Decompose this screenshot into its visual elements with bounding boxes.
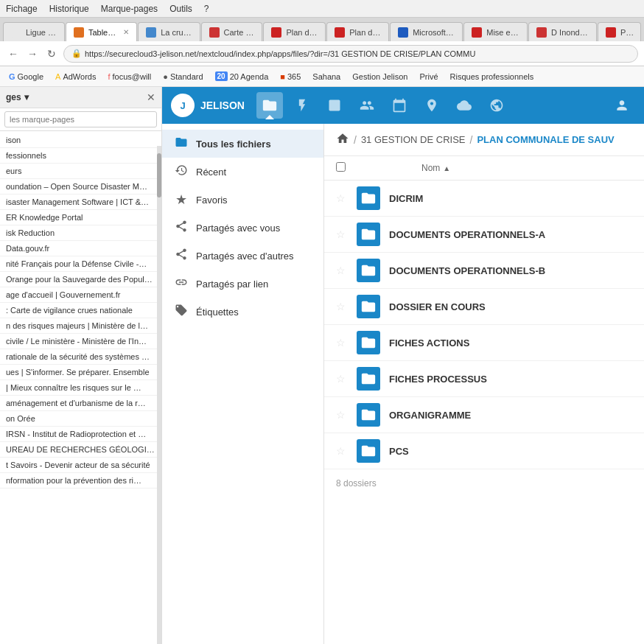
bm-item-7[interactable]: Data.gouv.fr: [0, 241, 161, 256]
bm-item-19[interactable]: IRSN - Institut de Radioprotection et …: [0, 427, 161, 442]
browser-tab-1[interactable]: Ligue 1 2…: [3, 22, 65, 41]
bm-item-1[interactable]: fessionnels: [0, 148, 161, 164]
file-name-6: ORGANIGRAMME: [389, 410, 632, 421]
menu-help[interactable]: ?: [204, 4, 209, 14]
bm-item-8[interactable]: nité Français pour la Défense Civile -…: [0, 256, 161, 272]
bm-item-15[interactable]: ues | S'informer. Se préparer. Ensemble: [0, 365, 161, 380]
bookmark-365[interactable]: ■ 365: [276, 71, 305, 83]
menu-historique[interactable]: Historique: [49, 4, 89, 14]
back-button[interactable]: ←: [6, 46, 21, 61]
bookmark-agenda[interactable]: 20 20 Agenda: [211, 70, 273, 83]
bookmarks-search-input[interactable]: [4, 111, 157, 127]
bookmark-google[interactable]: G Google: [4, 71, 48, 83]
bookmark-risques[interactable]: Risques professionnels: [446, 71, 539, 83]
sidebar-item-favorites[interactable]: ★ Favoris: [162, 186, 323, 214]
file-row-3[interactable]: ☆ DOSSIER EN COURS: [324, 289, 644, 325]
file-row-5[interactable]: ☆ FICHES PROCESSUS: [324, 361, 644, 397]
bm-item-0[interactable]: ison: [0, 133, 161, 148]
bm-item-6[interactable]: isk Reduction: [0, 225, 161, 241]
bm-item-21[interactable]: t Savoirs - Devenir acteur de sa sécurit…: [0, 458, 161, 473]
header-checkbox[interactable]: [336, 162, 354, 174]
nc-nav-contacts[interactable]: [354, 92, 380, 119]
star-2[interactable]: ☆: [336, 265, 351, 276]
nc-logo-icon: J: [171, 94, 195, 117]
bookmark-sahana[interactable]: Sahana: [308, 71, 345, 83]
star-5[interactable]: ☆: [336, 373, 351, 385]
sidebar-item-shared-with-you[interactable]: Partagés avec vous: [162, 214, 323, 242]
bookmark-adwords[interactable]: A AdWords: [51, 71, 100, 83]
reload-button[interactable]: ↻: [44, 46, 59, 61]
bm-item-2[interactable]: eurs: [0, 164, 161, 179]
bm-item-11[interactable]: : Carte de vigilance crues nationale: [0, 303, 161, 318]
bm-item-12[interactable]: n des risques majeurs | Ministère de l…: [0, 318, 161, 334]
browser-tab-6[interactable]: Plan de p…: [326, 22, 389, 41]
column-header-name[interactable]: Nom ▲: [421, 163, 632, 173]
bookmark-standard[interactable]: ● Standard: [158, 71, 207, 83]
breadcrumb-gestion-crise[interactable]: 31 GESTION DE CRISE: [361, 134, 466, 145]
bm-item-3[interactable]: oundation – Open Source Disaster M…: [0, 179, 161, 195]
star-0[interactable]: ☆: [336, 192, 351, 204]
sidebar-item-all-files[interactable]: Tous les fichiers: [162, 130, 323, 158]
bm-item-18[interactable]: on Orée: [0, 411, 161, 427]
bookmark-prive[interactable]: Privé: [415, 71, 442, 83]
bm-item-16[interactable]: | Mieux connaître les risques sur le …: [0, 380, 161, 396]
file-row-2[interactable]: ☆ DOCUMENTS OPERATIONNELS-B: [324, 253, 644, 289]
bm-item-17[interactable]: aménagement et d'urbanisme de la r…: [0, 396, 161, 411]
bm-item-20[interactable]: UREAU DE RECHERCHES GÉOLOGIQ…: [0, 442, 161, 458]
favorites-icon: ★: [174, 192, 189, 208]
file-row-0[interactable]: ☆ DICRIM: [324, 181, 644, 217]
tab-label-10: PP…: [620, 28, 633, 37]
file-row-6[interactable]: ☆ ORGANIGRAMME: [324, 397, 644, 433]
bm-item-14[interactable]: rationale de la sécurité des systèmes …: [0, 349, 161, 365]
bookmark-jelison[interactable]: Gestion Jelison: [348, 71, 412, 83]
nc-nav-maps[interactable]: [419, 92, 445, 119]
sidebar-item-tags[interactable]: Étiquettes: [162, 298, 323, 326]
sidebar-item-recent[interactable]: Récent: [162, 158, 323, 186]
bm-item-13[interactable]: civile / Le ministère - Ministère de l'I…: [0, 334, 161, 349]
star-4[interactable]: ☆: [336, 337, 351, 349]
file-row-7[interactable]: ☆ PCS: [324, 433, 644, 469]
menu-outils[interactable]: Outils: [169, 4, 192, 14]
breadcrumb-home[interactable]: [336, 132, 349, 148]
scrollbar-thumb[interactable]: [157, 153, 161, 197]
scrollbar-track[interactable]: [157, 146, 161, 644]
forward-button[interactable]: →: [25, 46, 40, 61]
nextcloud-app: J JELISON: [162, 87, 644, 644]
bm-item-10[interactable]: age d'accueil | Gouvernement.fr: [0, 287, 161, 303]
nc-nav-globe[interactable]: [483, 92, 510, 119]
nc-logo[interactable]: J JELISON: [171, 94, 245, 117]
menu-marque-pages[interactable]: Marque-pages: [101, 4, 158, 14]
file-row-1[interactable]: ☆ DOCUMENTS OPERATIONNELS-A: [324, 217, 644, 253]
browser-tab-2[interactable]: Tableau d… ✕: [66, 22, 137, 41]
nc-nav-calendar[interactable]: [386, 92, 413, 119]
browser-tab-3[interactable]: La crue e…: [138, 22, 200, 41]
browser-tab-4[interactable]: Carte - G…: [201, 22, 263, 41]
sidebar-item-shared-by-link[interactable]: Partagés par lien: [162, 270, 323, 298]
browser-tab-7[interactable]: Microsoft Wo…: [390, 22, 463, 41]
browser-tab-5[interactable]: Plan de p…: [263, 22, 326, 41]
star-7[interactable]: ☆: [336, 445, 351, 457]
tab-close-2[interactable]: ✕: [123, 28, 129, 36]
bm-item-5[interactable]: ER Knowledge Portal: [0, 210, 161, 225]
nc-nav-files[interactable]: [256, 92, 283, 119]
address-bar[interactable]: 🔒 https://securecloud3-jelison.net/nextc…: [63, 45, 638, 63]
star-1[interactable]: ☆: [336, 228, 351, 240]
nc-nav-photos[interactable]: [321, 92, 348, 119]
nc-nav-lightning[interactable]: [289, 92, 315, 119]
select-all-checkbox[interactable]: [336, 162, 346, 172]
bm-item-9[interactable]: Orange pour la Sauvegarde des Popul…: [0, 272, 161, 287]
browser-tab-10[interactable]: PP…: [598, 22, 641, 41]
nc-user-icon[interactable]: [609, 92, 635, 119]
bm-item-4[interactable]: isaster Management Software | ICT &…: [0, 195, 161, 210]
bookmark-focus[interactable]: f focus@will: [103, 71, 155, 83]
file-row-4[interactable]: ☆ FICHES ACTIONS: [324, 325, 644, 361]
sidebar-item-shared-with-others[interactable]: Partagés avec d'autres: [162, 242, 323, 270]
nc-nav-cloud[interactable]: [451, 92, 477, 119]
browser-tab-8[interactable]: Mise en P…: [463, 22, 528, 41]
star-3[interactable]: ☆: [336, 301, 351, 312]
bookmarks-sidebar-close[interactable]: ✕: [147, 91, 155, 103]
menu-fichage[interactable]: Fichage: [6, 4, 38, 14]
bm-item-22[interactable]: nformation pour la prévention des ri…: [0, 473, 161, 489]
browser-tab-9[interactable]: D Inondatio…: [528, 22, 597, 41]
star-6[interactable]: ☆: [336, 409, 351, 421]
